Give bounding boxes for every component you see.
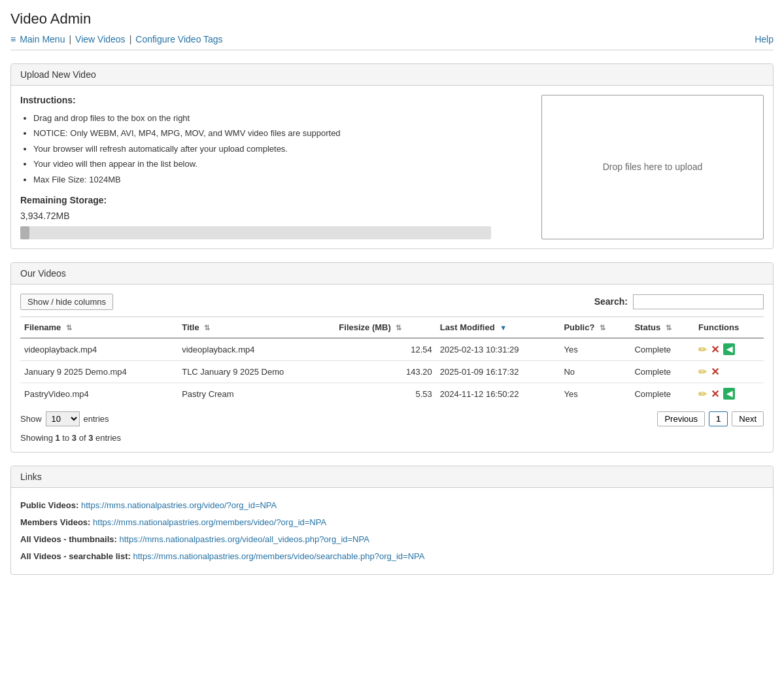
edit-button[interactable]: ✏ — [698, 366, 707, 378]
videos-toolbar: Show / hide columns Search: — [20, 294, 764, 310]
next-button[interactable]: Next — [732, 411, 764, 426]
col-functions: Functions — [694, 317, 764, 338]
view-videos-link[interactable]: View Videos — [75, 34, 126, 44]
remaining-storage: Remaining Storage: 3,934.72MB — [20, 195, 528, 221]
showing-from: 1 — [56, 433, 60, 443]
last-modified-sort-icon[interactable]: ▼ — [500, 324, 507, 332]
cell-filename: videoplayback.mp4 — [20, 338, 178, 361]
col-filename: Filename ⇅ — [20, 317, 178, 338]
upload-instructions: Instructions: Drag and drop files to the… — [20, 95, 528, 239]
drop-zone-text: Drop files here to upload — [603, 162, 703, 172]
instruction-item-4: Your video will then appear in the list … — [33, 156, 528, 171]
showing-to-sep: to — [62, 433, 71, 443]
show-entries-before: Show — [20, 414, 42, 424]
show-hide-columns-button[interactable]: Show / hide columns — [20, 294, 113, 310]
cell-status: Complete — [630, 360, 694, 383]
status-sort-icon[interactable]: ⇅ — [666, 324, 672, 332]
public-videos-link[interactable]: https://mms.nationalpastries.org/video/?… — [81, 500, 277, 510]
nav-links: ≡ Main Menu | View Videos | Configure Vi… — [10, 34, 223, 44]
upload-panel-body: Instructions: Drag and drop files to the… — [11, 86, 773, 249]
delete-button[interactable]: ✕ — [711, 366, 719, 378]
links-panel-body: Public Videos: https://mms.nationalpastr… — [11, 488, 773, 574]
page-title: Video Admin — [10, 10, 774, 27]
public-sort-icon[interactable]: ⇅ — [600, 324, 605, 332]
videos-table: Filename ⇅ Title ⇅ Filesize (MB) ⇅ Last … — [20, 317, 764, 405]
cell-filesize: 5.53 — [335, 383, 435, 405]
filename-sort-icon[interactable]: ⇅ — [66, 324, 72, 332]
instruction-item-1: Drag and drop files to the box on the ri… — [33, 111, 528, 126]
show-entries-after: entries — [84, 414, 109, 424]
col-last-modified: Last Modified ▼ — [436, 317, 560, 338]
title-sort-icon[interactable]: ⇅ — [204, 324, 210, 332]
all-videos-thumbnails-row: All Videos - thumbnails: https://mms.nat… — [20, 531, 764, 548]
upload-section: Instructions: Drag and drop files to the… — [20, 95, 764, 239]
remaining-label: Remaining Storage: — [20, 195, 528, 205]
cell-filesize: 12.54 — [335, 338, 435, 361]
hamburger-icon: ≡ — [10, 34, 16, 44]
functions-cell: ✏✕◀ — [698, 343, 760, 356]
table-row: January 9 2025 Demo.mp4TLC January 9 202… — [20, 360, 764, 383]
page-number[interactable]: 1 — [709, 411, 728, 426]
functions-cell: ✏✕◀ — [698, 388, 760, 400]
all-videos-searchable-row: All Videos - searchable list: https://mm… — [20, 548, 764, 565]
sep-2: | — [129, 34, 132, 44]
help-link[interactable]: Help — [755, 34, 774, 44]
share-button[interactable]: ◀ — [723, 388, 735, 400]
upload-panel-header: Upload New Video — [11, 64, 773, 86]
videos-table-header-row: Filename ⇅ Title ⇅ Filesize (MB) ⇅ Last … — [20, 317, 764, 338]
public-videos-label: Public Videos: — [20, 500, 78, 510]
upload-panel: Upload New Video Instructions: Drag and … — [10, 63, 774, 249]
progress-bar-container — [20, 226, 491, 239]
search-input[interactable] — [633, 294, 764, 309]
showing-text: Showing 1 to 3 of 3 entries — [20, 433, 764, 443]
members-videos-link[interactable]: https://mms.nationalpastries.org/members… — [93, 517, 326, 527]
edit-button[interactable]: ✏ — [698, 388, 707, 400]
table-row: videoplayback.mp4videoplayback.mp412.542… — [20, 338, 764, 361]
cell-functions: ✏✕◀ — [694, 383, 764, 405]
videos-panel-body: Show / hide columns Search: Filename ⇅ T… — [11, 284, 773, 452]
videos-panel-header: Our Videos — [11, 263, 773, 284]
edit-button[interactable]: ✏ — [698, 343, 707, 356]
main-menu-link[interactable]: Main Menu — [20, 34, 65, 44]
col-public: Public? ⇅ — [560, 317, 630, 338]
share-button[interactable]: ◀ — [723, 343, 735, 355]
cell-title: TLC January 9 2025 Demo — [178, 360, 335, 383]
links-panel-header: Links — [11, 466, 773, 488]
col-filesize: Filesize (MB) ⇅ — [335, 317, 435, 338]
cell-public: Yes — [560, 338, 630, 361]
search-label: Search: — [594, 296, 628, 307]
progress-bar-fill — [20, 226, 29, 239]
remaining-value: 3,934.72MB — [20, 211, 70, 221]
cell-status: Complete — [630, 338, 694, 361]
cell-last-modified: 2024-11-12 16:50:22 — [436, 383, 560, 405]
all-videos-searchable-link[interactable]: https://mms.nationalpastries.org/members… — [133, 551, 424, 561]
drop-zone[interactable]: Drop files here to upload — [541, 95, 764, 239]
videos-table-body: videoplayback.mp4videoplayback.mp412.542… — [20, 338, 764, 405]
cell-public: Yes — [560, 383, 630, 405]
videos-panel: Our Videos Show / hide columns Search: F… — [10, 262, 774, 453]
filesize-sort-icon[interactable]: ⇅ — [396, 324, 401, 332]
instruction-item-3: Your browser will refresh automatically … — [33, 141, 528, 156]
all-videos-searchable-label: All Videos - searchable list: — [20, 551, 131, 561]
all-videos-thumbnails-link[interactable]: https://mms.nationalpastries.org/video/a… — [119, 534, 369, 544]
links-panel: Links Public Videos: https://mms.nationa… — [10, 466, 774, 575]
show-entries: Show 102550100 entries — [20, 411, 109, 426]
members-videos-row: Members Videos: https://mms.nationalpast… — [20, 514, 764, 531]
table-footer: Show 102550100 entries Previous 1 Next — [20, 411, 764, 426]
instruction-item-5: Max File Size: 1024MB — [33, 172, 528, 187]
cell-last-modified: 2025-02-13 10:31:29 — [436, 338, 560, 361]
showing-total: 3 — [88, 433, 93, 443]
entries-select[interactable]: 102550100 — [46, 411, 80, 426]
showing-of-sep: of — [79, 433, 88, 443]
previous-button[interactable]: Previous — [657, 411, 705, 426]
cell-title: videoplayback.mp4 — [178, 338, 335, 361]
configure-tags-link[interactable]: Configure Video Tags — [135, 34, 222, 44]
delete-button[interactable]: ✕ — [711, 388, 719, 400]
functions-cell: ✏✕ — [698, 366, 760, 378]
sep-1: | — [69, 34, 71, 44]
showing-to: 3 — [72, 433, 77, 443]
col-status: Status ⇅ — [630, 317, 694, 338]
search-area: Search: — [594, 294, 764, 309]
delete-button[interactable]: ✕ — [711, 343, 719, 356]
table-row: PastryVideo.mp4Pastry Cream5.532024-11-1… — [20, 383, 764, 405]
